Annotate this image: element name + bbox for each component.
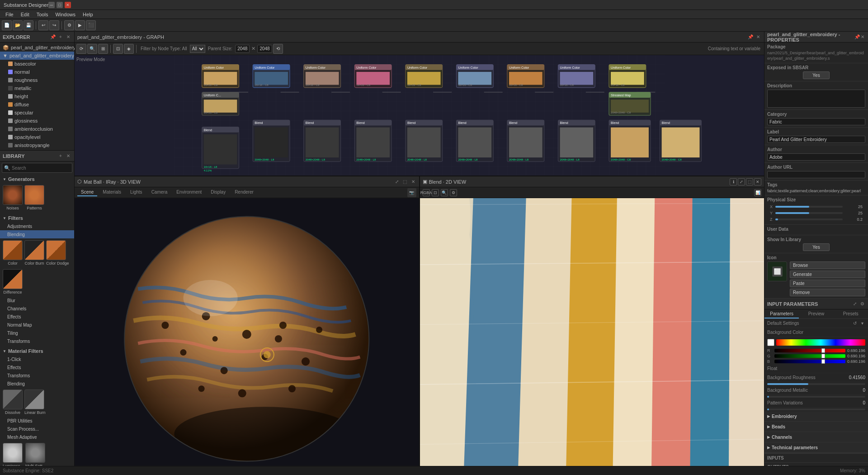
toolbar-undo[interactable]: ↩ [38,20,48,30]
toolbar-btn-5[interactable]: ⬛ [86,20,96,30]
b-thumb[interactable] [821,359,825,364]
lib-thumb-noises[interactable]: Noises [3,185,23,210]
toolbar-open[interactable]: 📂 [13,20,23,30]
lib-cat-generators-header[interactable]: ▼ Generators [0,175,74,183]
menu-tools[interactable]: Tools [33,10,52,19]
library-search-input[interactable] [12,166,70,171]
pattern-slider[interactable] [767,408,865,410]
tech-params-header[interactable]: ▶ Technical parameters [764,442,868,452]
g-thumb[interactable] [821,354,825,358]
maximize-button[interactable]: □ [57,2,63,8]
b-slider[interactable] [774,360,845,363]
menu-file[interactable]: File [2,10,17,19]
default-settings-btn[interactable]: ▾ [859,320,865,327]
node-graph-canvas[interactable]: Uniform Color 16×16 - C8 Uniform Color 1… [75,55,764,176]
explorer-height[interactable]: height [0,92,74,100]
icon-paste-btn[interactable]: Paste [790,280,865,287]
explorer-basecolor[interactable]: basecolor [0,60,74,68]
r-thumb[interactable] [821,348,825,353]
view-3d-close-btn[interactable]: ✕ [410,179,416,185]
explorer-file-item[interactable]: 📦 pearl_and_glitter_embroidery.s... [0,43,74,52]
r-slider[interactable] [774,349,845,352]
metallic-slider[interactable] [767,396,865,398]
embroidery-header[interactable]: ▶ Embroidery [764,411,868,421]
lib-item-normalmap[interactable]: Normal Map [0,321,74,329]
explorer-roughness[interactable]: roughness [0,76,74,84]
view-3d-expand-btn[interactable]: ⤢ [394,179,400,185]
lib-item-scan[interactable]: Scan Process... [0,425,74,433]
lib-thumb-color-dodge[interactable]: Color Dodge [46,240,69,266]
view-2d-rgba-btn[interactable]: RGBA [423,189,430,196]
props-pin-btn[interactable]: 📌 [854,34,860,40]
white-swatch[interactable] [767,339,774,346]
default-reset-btn[interactable]: ↺ [852,320,858,327]
graph-tb-2[interactable]: 🔍 [87,44,97,54]
explorer-add-btn[interactable]: + [57,34,64,40]
close-button[interactable]: ✕ [65,2,71,8]
lib-item-blur[interactable]: Blur [0,296,74,304]
toolbar-redo[interactable]: ↪ [49,20,59,30]
lib-item-pbr[interactable]: PBR Utilities [0,417,74,425]
props-close-btn[interactable]: ✕ [860,34,865,40]
beads-header[interactable]: ▶ Beads [764,422,868,432]
view-3d-tab-environment[interactable]: Environment [173,189,205,196]
view-3d-popout-btn[interactable]: ⬚ [402,179,408,185]
menu-help[interactable]: Help [79,10,97,19]
library-close-btn[interactable]: ✕ [65,153,71,159]
view-3d-camera-icon[interactable]: 📷 [407,188,416,197]
graph-tb-3[interactable]: ⊞ [98,44,108,54]
category-value[interactable]: Fabric [767,118,865,125]
lib-thumb-dissolve[interactable]: Dissolve [3,390,23,415]
view-3d-tab-materials[interactable]: Materials [99,189,125,196]
toolbar-save[interactable]: 💾 [24,20,33,30]
view-2d-fit-btn[interactable]: ⊡ [432,189,439,196]
graph-close-btn[interactable]: ✕ [755,34,761,40]
view-2d-chart-btn[interactable]: 📊 [754,189,761,196]
phys-y-slider[interactable] [775,212,843,214]
phys-x-slider[interactable] [775,206,843,208]
lib-item-tiling[interactable]: Tiling [0,329,74,337]
lib-cat-filters-header[interactable]: ▼ Filters [0,214,74,222]
view-2d-popout-btn[interactable]: ⬚ [746,178,753,185]
explorer-close-btn[interactable]: ✕ [65,34,71,40]
view-3d-tab-display[interactable]: Display [207,189,229,196]
menu-windows[interactable]: Windows [52,10,79,19]
channels-header[interactable]: ▶ Channels [764,432,868,442]
ip-expand-btn[interactable]: ⤢ [852,301,858,307]
toolbar-btn-3[interactable]: ⚙ [64,20,74,30]
ip-tab-preview[interactable]: Preview [799,309,833,318]
explorer-specular[interactable]: specular [0,109,74,117]
lib-item-transforms-mat[interactable]: Transforms [0,371,74,380]
parent-size-value-2[interactable]: 2048 [257,45,272,53]
lib-item-channels[interactable]: Channels [0,304,74,313]
lib-item-blending[interactable]: Blending [0,230,74,238]
ip-tab-parameters[interactable]: Parameters [764,309,799,318]
graph-pin-btn[interactable]: 📌 [747,34,754,40]
lib-thumb-patterns[interactable]: Patterns [24,185,44,210]
ip-tab-presets[interactable]: Presets [834,309,868,318]
ip-settings-btn[interactable]: ⚙ [859,301,865,307]
author-value[interactable]: Adobe [767,153,865,161]
view-3d-content[interactable] [75,198,419,466]
description-input[interactable] [767,90,865,108]
explorer-ao[interactable]: ambientocclusion [0,125,74,133]
lib-item-adjustments[interactable]: Adjustments [0,222,74,230]
view-2d-close-btn[interactable]: ✕ [754,178,761,185]
view-3d-tab-lights[interactable]: Lights [127,189,146,196]
lib-thumb-difference[interactable]: Difference [3,269,23,294]
graph-tb-sync[interactable]: ⟲ [273,44,283,54]
g-slider[interactable] [774,354,845,358]
lib-thumb-linear-burn[interactable]: Linear Burn [24,390,46,415]
lib-thumb-color[interactable]: Color [3,240,23,266]
explorer-pin-btn[interactable]: 📌 [50,34,56,40]
minimize-button[interactable]: ─ [48,2,55,8]
icon-browse-btn[interactable]: Browse [790,261,865,269]
icon-generate-btn[interactable]: Generate [790,271,865,278]
lib-item-mesh-adaptive[interactable]: Mesh Adaptive [0,433,74,441]
exposed-yes-btn[interactable]: Yes [803,71,829,79]
graph-tb-4[interactable]: ⊡ [113,44,123,54]
icon-remove-btn[interactable]: Remove [790,289,865,296]
explorer-aniso[interactable]: anisotropyangle [0,141,74,149]
lib-cat-material-header[interactable]: ▼ Material Filters [0,347,74,355]
lib-item-blending-mat[interactable]: Blending [0,380,74,388]
